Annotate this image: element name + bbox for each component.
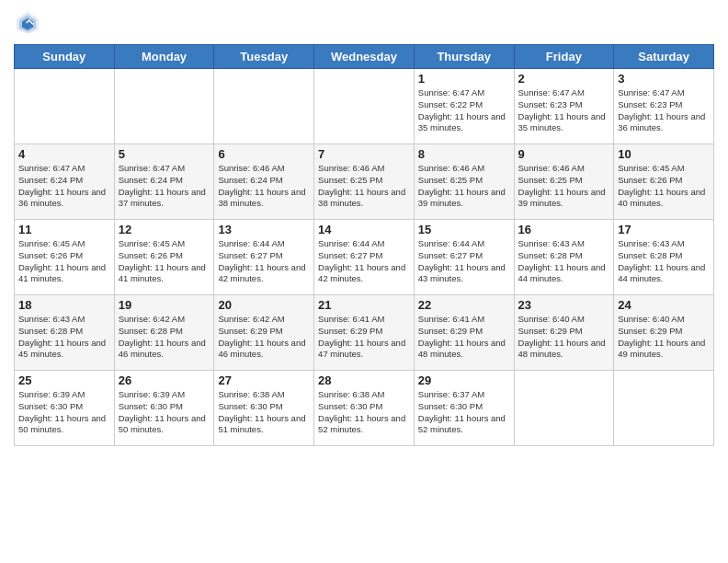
- col-header-thursday: Thursday: [414, 45, 514, 69]
- header: [14, 9, 714, 37]
- calendar-cell: 6Sunrise: 6:46 AM Sunset: 6:24 PM Daylig…: [214, 144, 314, 220]
- calendar-cell: 1Sunrise: 6:47 AM Sunset: 6:22 PM Daylig…: [414, 69, 514, 144]
- day-info: Sunrise: 6:46 AM Sunset: 6:25 PM Dayligh…: [318, 163, 410, 210]
- calendar-cell: 27Sunrise: 6:38 AM Sunset: 6:30 PM Dayli…: [214, 371, 314, 446]
- day-number: 18: [18, 298, 110, 312]
- day-info: Sunrise: 6:43 AM Sunset: 6:28 PM Dayligh…: [18, 314, 110, 361]
- day-info: Sunrise: 6:40 AM Sunset: 6:29 PM Dayligh…: [618, 314, 710, 361]
- col-header-wednesday: Wednesday: [314, 45, 415, 69]
- day-number: 9: [518, 147, 610, 161]
- day-number: 25: [18, 373, 110, 387]
- day-info: Sunrise: 6:44 AM Sunset: 6:27 PM Dayligh…: [318, 238, 410, 285]
- day-number: 19: [119, 298, 210, 312]
- day-info: Sunrise: 6:45 AM Sunset: 6:26 PM Dayligh…: [18, 238, 110, 285]
- calendar-cell: 4Sunrise: 6:47 AM Sunset: 6:24 PM Daylig…: [15, 144, 115, 220]
- calendar-cell: 17Sunrise: 6:43 AM Sunset: 6:28 PM Dayli…: [614, 220, 714, 295]
- day-number: 20: [218, 298, 310, 312]
- calendar-cell: 11Sunrise: 6:45 AM Sunset: 6:26 PM Dayli…: [15, 220, 115, 295]
- day-info: Sunrise: 6:46 AM Sunset: 6:25 PM Dayligh…: [518, 163, 610, 210]
- day-info: Sunrise: 6:47 AM Sunset: 6:23 PM Dayligh…: [518, 87, 610, 134]
- day-number: 28: [318, 373, 410, 387]
- day-number: 16: [518, 223, 610, 236]
- calendar-cell: 3Sunrise: 6:47 AM Sunset: 6:23 PM Daylig…: [614, 69, 714, 144]
- day-info: Sunrise: 6:41 AM Sunset: 6:29 PM Dayligh…: [318, 314, 410, 361]
- day-number: 23: [518, 298, 610, 312]
- calendar-week-row: 25Sunrise: 6:39 AM Sunset: 6:30 PM Dayli…: [15, 371, 714, 446]
- calendar-week-row: 4Sunrise: 6:47 AM Sunset: 6:24 PM Daylig…: [15, 144, 714, 220]
- calendar-cell: 23Sunrise: 6:40 AM Sunset: 6:29 PM Dayli…: [514, 295, 614, 371]
- calendar-cell: [114, 69, 214, 144]
- day-number: 22: [418, 298, 510, 312]
- day-info: Sunrise: 6:39 AM Sunset: 6:30 PM Dayligh…: [18, 389, 110, 436]
- day-number: 11: [18, 223, 110, 236]
- day-number: 2: [518, 72, 610, 86]
- day-number: 12: [119, 223, 210, 236]
- calendar-cell: [214, 69, 314, 144]
- calendar-cell: 2Sunrise: 6:47 AM Sunset: 6:23 PM Daylig…: [514, 69, 614, 144]
- day-info: Sunrise: 6:44 AM Sunset: 6:27 PM Dayligh…: [418, 238, 510, 285]
- day-info: Sunrise: 6:38 AM Sunset: 6:30 PM Dayligh…: [218, 389, 310, 436]
- calendar-cell: 16Sunrise: 6:43 AM Sunset: 6:28 PM Dayli…: [514, 220, 614, 295]
- day-number: 17: [618, 223, 710, 236]
- day-info: Sunrise: 6:42 AM Sunset: 6:28 PM Dayligh…: [119, 314, 210, 361]
- page: SundayMondayTuesdayWednesdayThursdayFrid…: [0, 0, 728, 563]
- calendar-cell: 24Sunrise: 6:40 AM Sunset: 6:29 PM Dayli…: [614, 295, 714, 371]
- calendar-cell: 14Sunrise: 6:44 AM Sunset: 6:27 PM Dayli…: [314, 220, 415, 295]
- col-header-monday: Monday: [114, 45, 214, 69]
- calendar-cell: 5Sunrise: 6:47 AM Sunset: 6:24 PM Daylig…: [114, 144, 214, 220]
- day-info: Sunrise: 6:37 AM Sunset: 6:30 PM Dayligh…: [418, 389, 510, 436]
- calendar-cell: 7Sunrise: 6:46 AM Sunset: 6:25 PM Daylig…: [314, 144, 415, 220]
- day-number: 6: [218, 147, 310, 161]
- day-number: 4: [18, 147, 110, 161]
- day-info: Sunrise: 6:38 AM Sunset: 6:30 PM Dayligh…: [318, 389, 410, 436]
- day-number: 27: [218, 373, 310, 387]
- calendar-cell: [614, 371, 714, 446]
- day-number: 21: [318, 298, 410, 312]
- day-number: 1: [418, 72, 510, 86]
- day-number: 24: [618, 298, 710, 312]
- day-info: Sunrise: 6:44 AM Sunset: 6:27 PM Dayligh…: [218, 238, 310, 285]
- calendar-cell: [514, 371, 614, 446]
- calendar-cell: 8Sunrise: 6:46 AM Sunset: 6:25 PM Daylig…: [414, 144, 514, 220]
- col-header-sunday: Sunday: [15, 45, 115, 69]
- calendar-cell: 26Sunrise: 6:39 AM Sunset: 6:30 PM Dayli…: [114, 371, 214, 446]
- calendar-cell: 29Sunrise: 6:37 AM Sunset: 6:30 PM Dayli…: [414, 371, 514, 446]
- calendar-cell: [314, 69, 415, 144]
- day-info: Sunrise: 6:45 AM Sunset: 6:26 PM Dayligh…: [618, 163, 710, 210]
- col-header-tuesday: Tuesday: [214, 45, 314, 69]
- day-info: Sunrise: 6:40 AM Sunset: 6:29 PM Dayligh…: [518, 314, 610, 361]
- day-number: 5: [119, 147, 210, 161]
- day-number: 13: [218, 223, 310, 236]
- day-number: 14: [318, 223, 410, 236]
- calendar-header-row: SundayMondayTuesdayWednesdayThursdayFrid…: [15, 45, 714, 69]
- day-info: Sunrise: 6:43 AM Sunset: 6:28 PM Dayligh…: [618, 238, 710, 285]
- day-info: Sunrise: 6:41 AM Sunset: 6:29 PM Dayligh…: [418, 314, 510, 361]
- calendar-cell: 9Sunrise: 6:46 AM Sunset: 6:25 PM Daylig…: [514, 144, 614, 220]
- day-number: 10: [618, 147, 710, 161]
- day-number: 29: [418, 373, 510, 387]
- day-info: Sunrise: 6:46 AM Sunset: 6:25 PM Dayligh…: [418, 163, 510, 210]
- calendar-cell: 22Sunrise: 6:41 AM Sunset: 6:29 PM Dayli…: [414, 295, 514, 371]
- calendar-cell: 13Sunrise: 6:44 AM Sunset: 6:27 PM Dayli…: [214, 220, 314, 295]
- calendar-cell: 28Sunrise: 6:38 AM Sunset: 6:30 PM Dayli…: [314, 371, 415, 446]
- day-number: 15: [418, 223, 510, 236]
- day-info: Sunrise: 6:47 AM Sunset: 6:24 PM Dayligh…: [18, 163, 110, 210]
- day-info: Sunrise: 6:46 AM Sunset: 6:24 PM Dayligh…: [218, 163, 310, 210]
- calendar-cell: [15, 69, 115, 144]
- calendar-cell: 21Sunrise: 6:41 AM Sunset: 6:29 PM Dayli…: [314, 295, 415, 371]
- calendar-week-row: 18Sunrise: 6:43 AM Sunset: 6:28 PM Dayli…: [15, 295, 714, 371]
- day-info: Sunrise: 6:47 AM Sunset: 6:22 PM Dayligh…: [418, 87, 510, 134]
- day-info: Sunrise: 6:39 AM Sunset: 6:30 PM Dayligh…: [119, 389, 210, 436]
- logo-icon: [14, 9, 41, 37]
- day-number: 7: [318, 147, 410, 161]
- col-header-friday: Friday: [514, 45, 614, 69]
- calendar-table: SundayMondayTuesdayWednesdayThursdayFrid…: [14, 44, 714, 446]
- col-header-saturday: Saturday: [614, 45, 714, 69]
- calendar-cell: 10Sunrise: 6:45 AM Sunset: 6:26 PM Dayli…: [614, 144, 714, 220]
- day-number: 26: [119, 373, 210, 387]
- calendar-cell: 18Sunrise: 6:43 AM Sunset: 6:28 PM Dayli…: [15, 295, 115, 371]
- calendar-cell: 20Sunrise: 6:42 AM Sunset: 6:29 PM Dayli…: [214, 295, 314, 371]
- calendar-cell: 15Sunrise: 6:44 AM Sunset: 6:27 PM Dayli…: [414, 220, 514, 295]
- calendar-cell: 12Sunrise: 6:45 AM Sunset: 6:26 PM Dayli…: [114, 220, 214, 295]
- day-info: Sunrise: 6:42 AM Sunset: 6:29 PM Dayligh…: [218, 314, 310, 361]
